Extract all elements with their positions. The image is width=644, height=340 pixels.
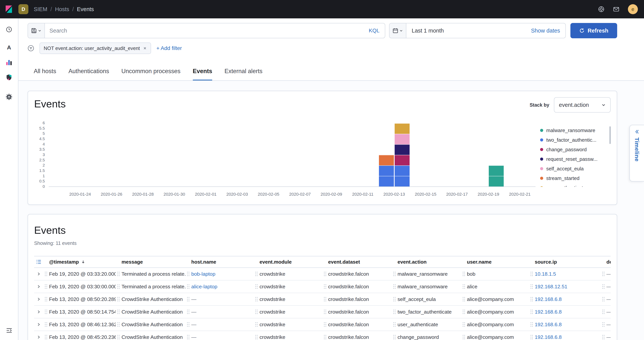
chart-bar[interactable]: [489, 123, 504, 186]
column-header-host[interactable]: host.name: [186, 259, 254, 265]
analytics-app-icon[interactable]: [2, 56, 16, 69]
column-header-action[interactable]: event.action: [392, 259, 461, 265]
drag-handle[interactable]: [117, 322, 120, 327]
drag-handle[interactable]: [393, 284, 396, 289]
cell-source_ip[interactable]: 10.18.1.5: [529, 271, 601, 277]
expand-row-button[interactable]: [34, 272, 43, 276]
sidebar-item-app-a[interactable]: A: [2, 41, 16, 54]
drag-handle[interactable]: [117, 335, 120, 340]
legend-item[interactable]: user_authenticate: [540, 183, 611, 187]
management-gear-icon[interactable]: [2, 90, 16, 103]
cell-host[interactable]: —: [186, 296, 254, 302]
cell-module[interactable]: crowdstrike: [254, 284, 322, 290]
cell-timestamp[interactable]: Feb 13, 2020 @ 08:46:12.362: [43, 322, 116, 328]
cell-timestamp[interactable]: Feb 13, 2020 @ 08:50:14.754: [43, 309, 116, 315]
help-icon[interactable]: [598, 6, 604, 12]
drag-handle[interactable]: [187, 335, 190, 340]
cell-user[interactable]: alice@company.com: [461, 296, 529, 302]
drag-handle[interactable]: [324, 284, 326, 289]
drag-handle[interactable]: [255, 297, 258, 302]
refresh-button[interactable]: Refresh: [570, 23, 617, 38]
drag-handle[interactable]: [462, 322, 465, 327]
tab-events[interactable]: Events: [193, 68, 212, 80]
legend-item[interactable]: self_accept_eula: [540, 164, 611, 173]
cell-destination[interactable]: —: [601, 322, 611, 328]
kibana-logo[interactable]: [4, 5, 13, 13]
cell-user[interactable]: alice@company.com: [461, 309, 529, 315]
cell-source_ip[interactable]: 192.168.6.8: [529, 296, 601, 302]
drag-handle[interactable]: [530, 284, 533, 289]
drag-handle[interactable]: [393, 297, 396, 302]
cell-module[interactable]: crowdstrike: [254, 271, 322, 277]
remove-filter-icon[interactable]: [143, 46, 147, 50]
drag-handle[interactable]: [530, 271, 533, 277]
drag-handle[interactable]: [602, 297, 605, 302]
drag-handle[interactable]: [462, 271, 465, 277]
cell-source_ip[interactable]: 192.168.6.8: [529, 322, 601, 328]
cell-host[interactable]: —: [186, 309, 254, 315]
timeline-toggle-button[interactable]: Timeline: [630, 125, 644, 181]
cell-destination[interactable]: —: [601, 271, 611, 277]
drag-handle[interactable]: [255, 309, 258, 315]
drag-handle[interactable]: [44, 271, 48, 277]
legend-item[interactable]: two_factor_authentic...: [540, 135, 611, 145]
drag-handle[interactable]: [44, 297, 48, 302]
cell-host[interactable]: —: [186, 322, 254, 328]
tab-authentications[interactable]: Authentications: [68, 68, 109, 80]
cell-host[interactable]: alice-laptop: [186, 284, 254, 290]
legend-item[interactable]: request_reset_passw...: [540, 154, 611, 164]
column-header-dataset[interactable]: event.dataset: [322, 259, 392, 265]
cell-dataset[interactable]: crowdstrike.falcon: [322, 322, 392, 328]
recently-viewed-icon[interactable]: [2, 23, 16, 36]
drag-handle[interactable]: [530, 297, 533, 302]
cell-user[interactable]: bob: [461, 271, 529, 277]
drag-handle[interactable]: [44, 284, 48, 289]
cell-destination[interactable]: —: [601, 296, 611, 302]
drag-handle[interactable]: [44, 335, 48, 340]
drag-handle[interactable]: [462, 297, 465, 302]
cell-host[interactable]: bob-laptop: [186, 271, 254, 277]
drag-handle[interactable]: [117, 271, 120, 277]
drag-handle[interactable]: [44, 309, 48, 315]
tab-all-hosts[interactable]: All hosts: [34, 68, 56, 80]
column-header-timestamp[interactable]: @timestamp: [43, 259, 116, 265]
saved-query-button[interactable]: [28, 23, 45, 38]
drag-handle[interactable]: [602, 335, 605, 340]
expand-row-button[interactable]: [34, 285, 43, 289]
chart-bar[interactable]: [379, 123, 394, 186]
siem-app-icon[interactable]: [2, 71, 16, 84]
drag-handle[interactable]: [187, 309, 190, 315]
drag-handle[interactable]: [602, 284, 605, 289]
cell-action[interactable]: malware_ransomware: [392, 284, 461, 290]
drag-handle[interactable]: [602, 309, 605, 315]
cell-module[interactable]: crowdstrike: [254, 334, 322, 340]
tab-external-alerts[interactable]: External alerts: [224, 68, 262, 80]
cell-message[interactable]: CrowdStrike Authentication: [116, 309, 186, 315]
drag-handle[interactable]: [117, 309, 120, 315]
filter-options-icon[interactable]: [28, 45, 34, 51]
expand-row-button[interactable]: [34, 297, 43, 301]
show-dates-link[interactable]: Show dates: [531, 27, 560, 34]
cell-message[interactable]: Terminated a process relate...: [116, 284, 186, 290]
drag-handle[interactable]: [324, 297, 326, 302]
expand-row-button[interactable]: [34, 322, 43, 327]
column-header-message[interactable]: message: [116, 259, 186, 265]
cell-dataset[interactable]: crowdstrike.falcon: [322, 271, 392, 277]
expand-row-button[interactable]: [34, 310, 43, 314]
cell-timestamp[interactable]: Feb 13, 2020 @ 08:45:20.236: [43, 334, 116, 340]
column-header-module[interactable]: event.module: [254, 259, 322, 265]
drag-handle[interactable]: [393, 271, 396, 277]
drag-handle[interactable]: [255, 322, 258, 327]
breadcrumb-siem[interactable]: SIEM: [34, 6, 47, 12]
drag-handle[interactable]: [187, 284, 190, 289]
tab-uncommon-processes[interactable]: Uncommon processes: [121, 68, 180, 80]
drag-handle[interactable]: [462, 309, 465, 315]
time-range-display[interactable]: Last 1 month Show dates: [406, 23, 566, 38]
cell-message[interactable]: CrowdStrike Authentication: [116, 296, 186, 302]
filter-pill[interactable]: NOT event.action: user_activity_audit_ev…: [40, 42, 151, 54]
drag-handle[interactable]: [324, 335, 326, 340]
chart-bar[interactable]: [395, 123, 410, 186]
cell-destination[interactable]: —: [601, 334, 611, 340]
drag-handle[interactable]: [187, 322, 190, 327]
cell-destination[interactable]: —: [601, 309, 611, 315]
